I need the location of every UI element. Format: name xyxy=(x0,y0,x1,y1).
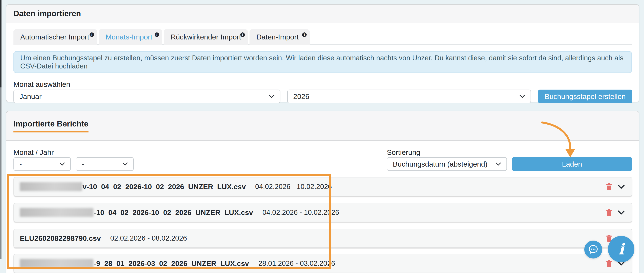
import-card-header: Daten importieren xyxy=(6,5,639,23)
redacted-filename-block xyxy=(20,259,94,268)
report-row: -10_04_02_2026-10_02_2026_UNZER_LUX.csv … xyxy=(14,203,632,222)
import-card-title: Daten importieren xyxy=(14,9,81,18)
import-tabbar: Automatischer Import i Monats-Import i R… xyxy=(14,29,310,45)
report-date-range: 04.02.2026 - 10.02.2026 xyxy=(262,208,339,216)
window-left-edge xyxy=(0,0,2,88)
year-select-value: 2026 xyxy=(293,92,310,101)
report-row: v-10_04_02_2026-10_02_2026_UNZER_LUX.csv… xyxy=(14,177,632,196)
year-select[interactable]: 2026 xyxy=(287,90,531,103)
tab-label: Daten-Import xyxy=(256,33,298,41)
filter-month-select[interactable]: - xyxy=(14,157,71,171)
report-date-range: 04.02.2026 - 10.02.2026 xyxy=(255,182,332,191)
redacted-filename-block xyxy=(20,182,82,191)
load-button[interactable]: Laden xyxy=(512,157,632,171)
info-icon: i xyxy=(618,242,624,257)
report-date-range: 02.02.2026 - 08.02.2026 xyxy=(110,234,187,242)
filter-monthyear-label: Monat / Jahr xyxy=(14,148,54,156)
expand-chevron-icon[interactable] xyxy=(618,210,624,214)
sort-select[interactable]: Buchungsdatum (absteigend) xyxy=(387,157,507,171)
tab-label: Rückwirkender Import xyxy=(170,33,241,41)
reports-card: Importierte Berichte Monat / Jahr - - So… xyxy=(6,111,639,273)
info-icon[interactable]: i xyxy=(154,32,159,37)
reports-card-title: Importierte Berichte xyxy=(14,120,88,132)
help-info-fab-button[interactable]: i xyxy=(608,236,634,262)
info-icon[interactable]: i xyxy=(240,32,245,37)
tab-label: Monats-Import xyxy=(106,33,152,41)
tab-monats-import[interactable]: Monats-Import i xyxy=(99,29,162,45)
month-select-label: Monat auswählen xyxy=(14,80,70,88)
report-date-range: 28.01.2026 - 03.02.2026 xyxy=(258,259,335,268)
expand-chevron-icon[interactable] xyxy=(618,185,624,189)
tab-label: Automatischer Import xyxy=(20,33,89,41)
info-icon[interactable]: i xyxy=(302,32,307,37)
create-batch-button[interactable]: Buchungsstapel erstellen xyxy=(538,90,632,103)
chevron-down-icon xyxy=(122,162,128,166)
report-filename: ELU2602082298790.csv xyxy=(20,234,101,242)
redacted-filename-block xyxy=(20,208,94,217)
report-row: -9_28_01_2026-03_02_2026_UNZER_LUX.csv 2… xyxy=(14,254,632,273)
filter-year-select[interactable]: - xyxy=(76,157,134,171)
report-filename: -9_28_01_2026-03_02_2026_UNZER_LUX.csv xyxy=(94,259,249,268)
report-filename: v-10_04_02_2026-10_02_2026_UNZER_LUX.csv xyxy=(82,182,246,191)
sort-label: Sortierung xyxy=(387,148,420,156)
tab-automatischer-import[interactable]: Automatischer Import i xyxy=(14,29,97,45)
trash-icon[interactable] xyxy=(606,183,612,190)
sort-select-value: Buchungsdatum (absteigend) xyxy=(393,160,488,168)
report-filename: -10_04_02_2026-10_02_2026_UNZER_LUX.csv xyxy=(94,208,253,217)
chevron-down-icon xyxy=(269,95,274,98)
report-row: ELU2602082298790.csv 02.02.2026 - 08.02.… xyxy=(14,229,632,248)
left-scrollbar-thumb[interactable] xyxy=(0,88,2,259)
trash-icon[interactable] xyxy=(606,209,612,216)
chevron-down-icon xyxy=(520,95,525,98)
import-info-text: Um einen Buchungsstapel zu erstellen, mü… xyxy=(20,54,625,70)
import-card: Daten importieren Automatischer Import i… xyxy=(6,4,639,102)
filter-month-value: - xyxy=(20,160,22,168)
month-select-value: Januar xyxy=(20,92,42,101)
chat-bubble-icon xyxy=(588,244,598,255)
reports-card-header: Importierte Berichte xyxy=(6,111,639,141)
page: Daten importieren Automatischer Import i… xyxy=(0,0,644,273)
info-icon[interactable]: i xyxy=(90,32,94,37)
chat-fab-button[interactable] xyxy=(584,240,602,258)
tab-rueckwirkender-import[interactable]: Rückwirkender Import i xyxy=(164,29,248,45)
trash-icon[interactable] xyxy=(606,260,612,267)
tab-daten-import[interactable]: Daten-Import i xyxy=(250,29,310,45)
month-select[interactable]: Januar xyxy=(14,90,280,103)
import-info-banner: Um einen Buchungsstapel zu erstellen, mü… xyxy=(14,51,632,73)
filter-year-value: - xyxy=(82,160,84,168)
chevron-down-icon xyxy=(60,162,65,166)
chevron-down-icon xyxy=(496,162,501,166)
